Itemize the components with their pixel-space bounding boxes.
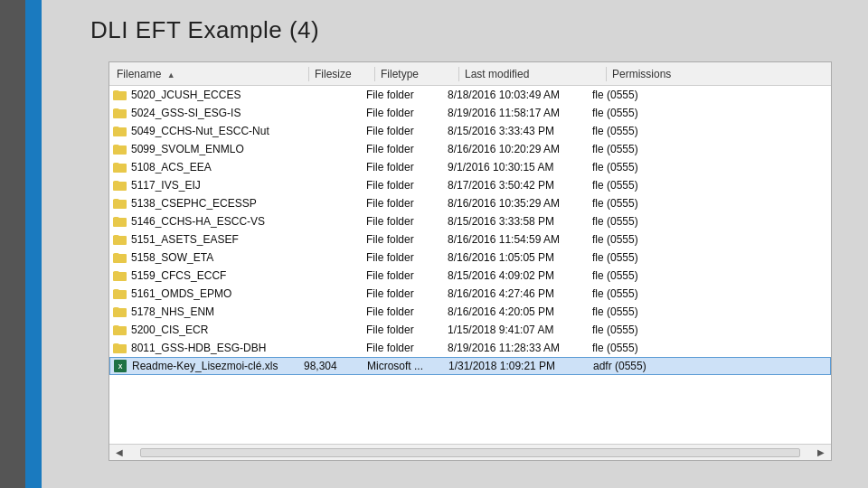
file-lastmod: 9/1/2016 10:30:15 AM — [444, 161, 589, 174]
col-div-3 — [458, 67, 459, 81]
file-type: File folder — [363, 89, 444, 101]
xls-icon: X — [114, 360, 128, 372]
left-bar-blue — [25, 0, 42, 488]
file-perm: fle (0555) — [589, 89, 679, 101]
table-row[interactable]: 5159_CFCS_ECCFFile folder8/15/2016 4:09:… — [109, 267, 831, 285]
folder-icon — [113, 89, 127, 101]
col-header-perms[interactable]: Permissions — [609, 68, 699, 80]
table-row[interactable]: 5099_SVOLM_ENMLOFile folder8/16/2016 10:… — [109, 140, 831, 158]
folder-icon — [113, 197, 127, 210]
file-lastmod: 8/15/2016 3:33:58 PM — [444, 215, 589, 228]
file-type: File folder — [363, 197, 444, 210]
col-div-2 — [374, 67, 375, 81]
file-lastmod: 8/18/2016 10:03:49 AM — [444, 89, 589, 101]
explorer-body[interactable]: 5020_JCUSH_ECCESFile folder8/18/2016 10:… — [109, 86, 831, 444]
table-row[interactable]: 5049_CCHS-Nut_ESCC-NutFile folder8/15/20… — [109, 122, 831, 140]
file-lastmod: 8/19/2016 11:28:33 AM — [444, 342, 589, 354]
file-lastmod: 1/15/2018 9:41:07 AM — [444, 324, 589, 336]
file-perm: adfr (0555) — [590, 360, 680, 372]
folder-icon — [113, 251, 127, 264]
col-div-1 — [308, 67, 309, 81]
file-type: File folder — [363, 143, 444, 155]
folder-icon — [113, 143, 127, 155]
file-type: File folder — [363, 305, 444, 318]
file-type: File folder — [363, 287, 444, 300]
scroll-right-arrow[interactable]: ▶ — [815, 447, 827, 457]
file-name: 5158_SOW_ETA — [131, 251, 213, 264]
folder-icon — [113, 233, 127, 246]
col-div-4 — [606, 67, 607, 81]
folder-icon — [113, 305, 127, 318]
col-header-lastmod[interactable]: Last modified — [461, 68, 606, 80]
explorer-footer: ◀ ▶ — [109, 444, 831, 460]
table-row[interactable]: 8011_GSS-HDB_ESG-DBHFile folder8/19/2016… — [109, 339, 831, 357]
table-row[interactable]: 5161_OMDS_EPMOFile folder8/16/2016 4:27:… — [109, 285, 831, 303]
file-type: File folder — [363, 215, 444, 228]
file-perm: fle (0555) — [589, 287, 679, 300]
file-perm: fle (0555) — [589, 324, 679, 336]
file-lastmod: 8/16/2016 10:35:29 AM — [444, 197, 589, 210]
file-lastmod: 8/16/2016 1:05:05 PM — [444, 251, 589, 264]
file-perm: fle (0555) — [589, 251, 679, 264]
file-perm: fle (0555) — [589, 107, 679, 119]
table-row[interactable]: 5200_CIS_ECRFile folder1/15/2018 9:41:07… — [109, 321, 831, 339]
file-name: 5151_ASETS_EASEF — [131, 233, 239, 246]
sort-arrow-filename: ▲ — [167, 70, 175, 80]
folder-icon — [113, 287, 127, 300]
file-lastmod: 8/17/2016 3:50:42 PM — [444, 179, 589, 192]
file-perm: fle (0555) — [589, 161, 679, 174]
file-name: 5020_JCUSH_ECCES — [131, 89, 241, 101]
file-type: File folder — [363, 233, 444, 246]
file-type: File folder — [363, 342, 444, 354]
folder-icon — [113, 125, 127, 137]
file-lastmod: 1/31/2018 1:09:21 PM — [445, 360, 590, 372]
file-name: 5108_ACS_EEA — [131, 161, 212, 174]
table-row[interactable]: 5138_CSEPHC_ECESSPFile folder8/16/2016 1… — [109, 194, 831, 212]
folder-icon — [113, 342, 127, 354]
file-lastmod: 8/19/2016 11:58:17 AM — [444, 107, 589, 119]
file-perm: fle (0555) — [589, 179, 679, 192]
file-type: File folder — [363, 251, 444, 264]
file-name: 5146_CCHS-HA_ESCC-VS — [131, 215, 265, 228]
file-type: File folder — [363, 269, 444, 282]
file-perm: fle (0555) — [589, 125, 679, 137]
file-name: 5200_CIS_ECR — [131, 324, 208, 336]
folder-icon — [113, 215, 127, 228]
table-row[interactable]: 5151_ASETS_EASEFFile folder8/16/2016 11:… — [109, 230, 831, 249]
table-row[interactable]: 5146_CCHS-HA_ESCC-VSFile folder8/15/2016… — [109, 212, 831, 230]
file-type: File folder — [363, 324, 444, 336]
file-perm: fle (0555) — [589, 143, 679, 155]
explorer-header: Filename ▲ Filesize Filetype Last modifi… — [109, 62, 831, 86]
file-perm: fle (0555) — [589, 197, 679, 210]
folder-icon — [113, 269, 127, 282]
table-row[interactable]: 5158_SOW_ETAFile folder8/16/2016 1:05:05… — [109, 249, 831, 267]
file-lastmod: 8/15/2016 4:09:02 PM — [444, 269, 589, 282]
table-row[interactable]: 5117_IVS_EIJFile folder8/17/2016 3:50:42… — [109, 176, 831, 194]
file-perm: fle (0555) — [589, 233, 679, 246]
table-row[interactable]: XReadme-Key_Lisezmoi-clé.xls98,304Micros… — [109, 357, 831, 375]
col-header-filename[interactable]: Filename ▲ — [109, 68, 308, 80]
col-header-filesize[interactable]: Filesize — [311, 68, 374, 80]
table-row[interactable]: 5108_ACS_EEAFile folder9/1/2016 10:30:15… — [109, 158, 831, 176]
file-lastmod: 8/15/2016 3:33:43 PM — [444, 125, 589, 137]
scrollbar-horizontal[interactable] — [140, 448, 800, 457]
file-name: 5138_CSEPHC_ECESSP — [131, 197, 257, 210]
file-name: 5178_NHS_ENM — [131, 305, 214, 318]
table-row[interactable]: 5020_JCUSH_ECCESFile folder8/18/2016 10:… — [109, 86, 831, 104]
file-type: Microsoft ... — [363, 360, 445, 372]
file-type: File folder — [363, 161, 444, 174]
table-row[interactable]: 5024_GSS-SI_ESG-ISFile folder8/19/2016 1… — [109, 104, 831, 122]
file-perm: fle (0555) — [589, 215, 679, 228]
left-bar-dark — [0, 0, 25, 488]
file-lastmod: 8/16/2016 11:54:59 AM — [444, 233, 589, 246]
file-type: File folder — [363, 179, 444, 192]
col-header-filetype[interactable]: Filetype — [377, 68, 458, 80]
folder-icon — [113, 324, 127, 336]
scroll-left-arrow[interactable]: ◀ — [113, 447, 126, 457]
file-name: 5117_IVS_EIJ — [131, 179, 201, 192]
table-row[interactable]: 5178_NHS_ENMFile folder8/16/2016 4:20:05… — [109, 303, 831, 321]
file-name: 5099_SVOLM_ENMLO — [131, 143, 244, 155]
explorer-window: Filename ▲ Filesize Filetype Last modifi… — [108, 61, 832, 461]
folder-icon — [113, 179, 127, 192]
file-name: 8011_GSS-HDB_ESG-DBH — [131, 342, 266, 354]
